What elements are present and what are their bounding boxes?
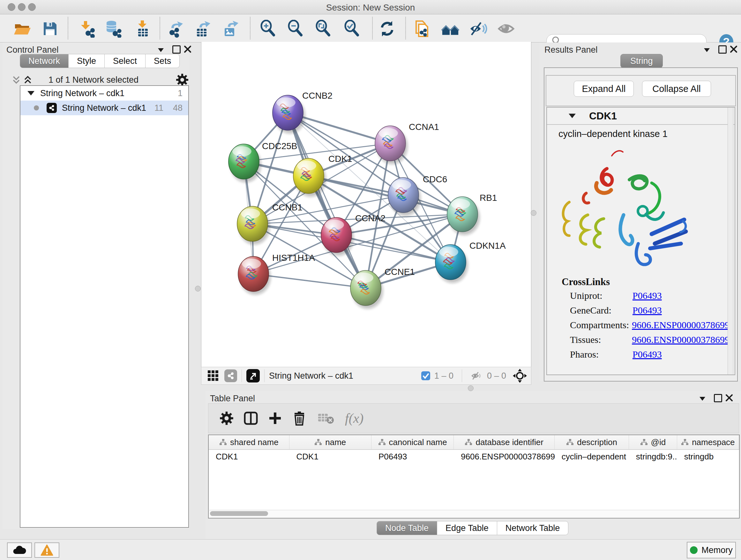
results-scrollbar[interactable] <box>728 108 733 374</box>
column-header-database-identifier[interactable]: database identifier <box>454 435 555 449</box>
network-node-CCNB2[interactable] <box>273 95 305 133</box>
delete-column-trash-icon[interactable] <box>292 411 307 426</box>
network-node-CCNA1[interactable] <box>375 126 408 164</box>
crosslink-label: Tissues: <box>570 334 632 349</box>
close-panel-icon[interactable] <box>184 45 192 53</box>
column-header-@id[interactable]: @id <box>629 435 677 449</box>
collection-expander-icon[interactable] <box>27 91 35 96</box>
network-options-gear-icon[interactable] <box>176 73 189 86</box>
network-node-CDC6[interactable] <box>388 178 421 216</box>
export-image-button[interactable] <box>222 19 240 38</box>
node-label-CDKN1A: CDKN1A <box>469 241 506 251</box>
tab-network-table[interactable]: Network Table <box>497 521 569 535</box>
export-table-button[interactable] <box>194 19 212 38</box>
close-panel-icon[interactable] <box>725 394 733 401</box>
save-session-button[interactable] <box>41 19 59 38</box>
memory-button[interactable]: Memory <box>687 542 736 558</box>
function-builder-button[interactable]: f(x) <box>345 411 363 426</box>
close-panel-icon[interactable] <box>730 45 738 53</box>
zoom-out-button[interactable] <box>286 19 305 38</box>
delete-table-icon-disabled[interactable] <box>318 412 334 425</box>
tab-select[interactable]: Select <box>105 54 145 68</box>
crosslink-link[interactable]: P06493 <box>632 305 662 320</box>
selected-count: 1 – 0 <box>434 371 454 381</box>
float-panel-icon[interactable] <box>158 48 164 52</box>
crosslink-link[interactable]: P06493 <box>632 349 662 364</box>
houses-icon <box>441 20 460 38</box>
crosslink-link[interactable]: 9606.ENSP00000378699 <box>632 320 730 334</box>
table-horizontal-scrollbar[interactable] <box>208 510 740 518</box>
toolbar-separator <box>68 17 68 39</box>
tab-edge-table[interactable]: Edge Table <box>437 521 497 535</box>
right-splitter-handle[interactable] <box>531 210 536 216</box>
tab-sets[interactable]: Sets <box>145 54 180 68</box>
duplicate-network-button[interactable] <box>413 19 431 38</box>
tab-network[interactable]: Network <box>20 54 69 68</box>
tab-node-table[interactable]: Node Table <box>377 521 437 535</box>
create-column-plus-icon[interactable] <box>268 411 282 426</box>
import-network-file-button[interactable] <box>77 19 96 38</box>
network-node-HIST1H1A[interactable] <box>238 256 271 295</box>
tab-string[interactable]: String <box>620 54 663 68</box>
float-panel-icon[interactable] <box>704 48 710 52</box>
snapshot-home-button[interactable] <box>441 19 460 38</box>
fit-crosshair-icon[interactable] <box>513 368 527 383</box>
column-header-namespace[interactable]: namespace <box>677 435 739 449</box>
toolbar-separator <box>250 17 251 39</box>
gene-section-header[interactable]: CDK1 <box>547 108 735 125</box>
network-node-CDK1[interactable] <box>293 159 326 197</box>
show-all-button[interactable] <box>497 19 515 38</box>
network-row-selected[interactable]: String Network – cdk1 11 48 <box>20 101 188 115</box>
zoom-fit-button[interactable] <box>314 19 333 38</box>
table-row[interactable]: CDK1CDK1P064939606.ENSP00000378699cyclin… <box>209 450 739 463</box>
hidden-eye-slash-icon[interactable] <box>470 371 483 381</box>
network-canvas[interactable]: CCNB2CCNA1CDC25BCDK1CDC6RB1CCNB1CCNA2CDK… <box>201 42 531 367</box>
open-session-button[interactable] <box>13 19 31 38</box>
import-table-button[interactable] <box>133 19 152 38</box>
zoom-selected-button[interactable] <box>343 19 361 38</box>
hide-selected-button[interactable] <box>469 19 488 38</box>
refresh-view-button[interactable] <box>378 19 396 38</box>
network-node-CDKN1A[interactable] <box>435 245 468 283</box>
network-node-RB1[interactable] <box>447 197 480 235</box>
zoom-in-button[interactable] <box>259 19 277 38</box>
warnings-button[interactable] <box>35 543 59 558</box>
network-collection-row[interactable]: String Network – cdk1 1 <box>20 86 188 101</box>
show-columns-icon[interactable] <box>244 411 258 426</box>
collapse-all-button[interactable]: Collapse All <box>642 81 711 97</box>
scrollbar-thumb[interactable] <box>210 511 268 516</box>
network-node-CCNA2[interactable] <box>321 217 354 256</box>
crosslink-link[interactable]: 9606.ENSP00000378699 <box>632 334 730 349</box>
cloud-status-button[interactable] <box>7 543 32 558</box>
birds-eye-grid-icon[interactable] <box>207 370 219 382</box>
maximize-panel-icon[interactable] <box>718 45 727 54</box>
expand-all-button[interactable]: Expand All <box>574 81 634 97</box>
network-share-toggle-icon[interactable] <box>224 369 237 382</box>
export-table-icon <box>194 20 212 38</box>
column-header-name[interactable]: name <box>289 435 372 449</box>
network-node-CCNE1[interactable] <box>350 270 383 309</box>
maximize-panel-icon[interactable] <box>714 394 722 402</box>
import-network-database-button[interactable] <box>104 19 123 38</box>
column-header-description[interactable]: description <box>555 435 629 449</box>
maximize-panel-icon[interactable] <box>172 45 181 54</box>
selected-checkbox-icon[interactable] <box>421 371 430 381</box>
table-toolbar: f(x) <box>208 403 739 433</box>
network-node-CDC25B[interactable] <box>228 144 261 182</box>
collapse-section-icon[interactable] <box>569 114 576 118</box>
column-header-label: shared name <box>230 437 279 447</box>
table-options-gear-icon[interactable] <box>219 411 234 426</box>
export-network-button[interactable] <box>166 19 185 38</box>
collapse-all-tree-icon[interactable] <box>12 76 23 84</box>
column-header-shared-name[interactable]: shared name <box>209 435 289 449</box>
memory-label: Memory <box>701 545 733 555</box>
float-panel-icon[interactable] <box>699 397 705 401</box>
crosslink-link[interactable]: P06493 <box>632 290 662 305</box>
open-in-window-icon[interactable] <box>246 369 260 382</box>
expand-all-tree-icon[interactable] <box>23 76 35 84</box>
tab-style[interactable]: Style <box>69 54 105 68</box>
column-header-canonical-name[interactable]: canonical name <box>372 435 454 449</box>
left-splitter-handle[interactable] <box>195 286 201 292</box>
database-icon <box>105 20 122 38</box>
horizontal-splitter-handle[interactable] <box>468 385 474 391</box>
